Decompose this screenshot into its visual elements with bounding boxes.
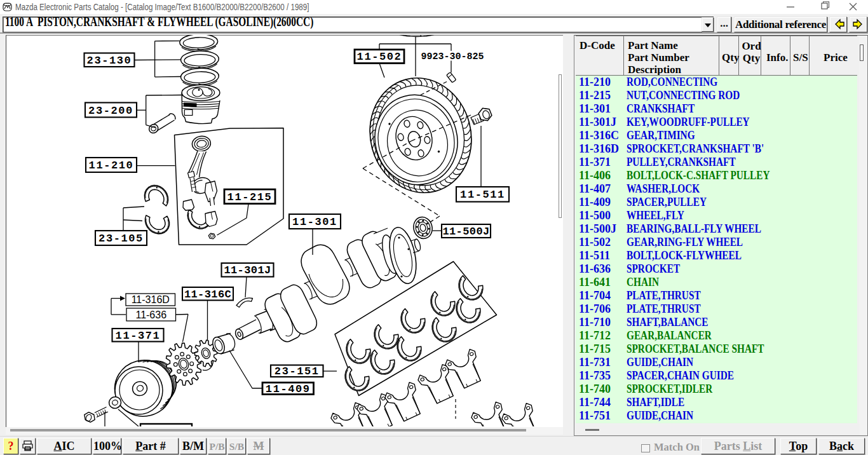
svg-text:23-105: 23-105 [98, 233, 144, 245]
svg-text:11-316C: 11-316C [184, 289, 231, 301]
svg-text:23-151: 23-151 [275, 365, 320, 377]
svg-text:9923-30-825: 9923-30-825 [421, 51, 484, 62]
svg-text:11-371: 11-371 [116, 330, 161, 342]
svg-text:11-636: 11-636 [135, 309, 166, 320]
svg-text:11-316D: 11-316D [132, 294, 170, 305]
svg-text:11-301: 11-301 [292, 216, 337, 228]
svg-text:23-200: 23-200 [88, 105, 133, 117]
svg-text:11-511: 11-511 [460, 189, 505, 201]
svg-text:11-301J: 11-301J [224, 264, 271, 276]
svg-text:11-210: 11-210 [89, 160, 134, 172]
svg-text:11-215: 11-215 [227, 191, 273, 203]
svg-text:11-500J: 11-500J [442, 226, 489, 238]
svg-text:11-409: 11-409 [266, 383, 311, 395]
svg-text:11-502: 11-502 [357, 51, 402, 63]
svg-text:23-130: 23-130 [87, 55, 132, 67]
